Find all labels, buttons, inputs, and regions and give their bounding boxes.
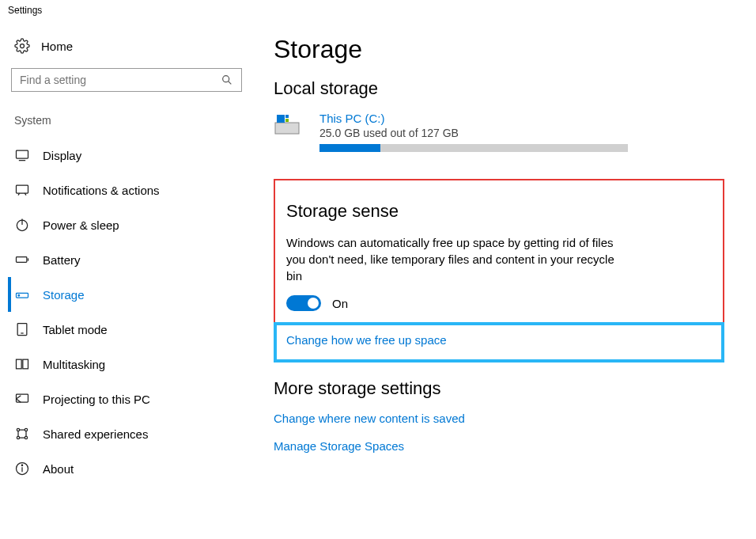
svg-rect-3 [17,150,28,158]
home-nav[interactable]: Home [11,21,242,68]
battery-icon [14,252,30,268]
svg-point-23 [21,465,22,465]
home-label: Home [41,40,73,53]
new-content-link[interactable]: Change where new content is saved [274,412,465,425]
svg-rect-26 [285,115,289,118]
change-free-space-highlight: Change how we free up space [274,322,724,362]
svg-rect-16 [17,394,28,402]
sidebar-item-label: Notifications & actions [43,184,160,197]
gear-icon [14,38,30,54]
tablet-icon [14,321,30,337]
search-input[interactable] [20,74,221,86]
svg-point-11 [18,294,20,296]
multitasking-icon [14,356,30,372]
sidebar-item-label: Storage [43,288,85,302]
change-free-space-link[interactable]: Change how we free up space [286,333,447,347]
storage-spaces-link[interactable]: Manage Storage Spaces [274,439,404,453]
storage-sense-heading: Storage sense [286,201,712,222]
shared-icon [14,426,30,442]
local-storage-heading: Local storage [274,78,724,99]
svg-rect-25 [277,115,285,123]
sidebar-item-label: Tablet mode [43,323,108,336]
svg-rect-5 [17,185,28,193]
storage-icon [14,287,30,302]
svg-point-17 [17,428,19,431]
sidebar-item-power[interactable]: Power & sleep [8,207,242,242]
svg-point-0 [21,44,25,48]
content-area: Storage Local storage This PC (C:) 25.0 … [253,21,756,486]
sidebar-item-about[interactable]: About [8,451,242,486]
svg-rect-24 [275,123,299,134]
more-settings-heading: More storage settings [274,378,724,399]
sidebar-item-display[interactable]: Display [8,138,242,173]
sidebar-item-multitasking[interactable]: Multitasking [8,347,242,381]
search-box[interactable] [11,68,242,92]
sidebar-item-tablet[interactable]: Tablet mode [8,312,242,347]
storage-sense-highlight: Storage sense Windows can automatically … [274,179,724,322]
disk-icon [274,112,301,139]
storage-sense-toggle[interactable] [286,295,321,311]
display-icon [14,147,30,163]
search-icon [221,74,233,86]
sidebar-item-projecting[interactable]: Projecting to this PC [8,381,242,416]
sidebar-item-label: Projecting to this PC [43,393,150,406]
svg-point-1 [223,76,229,82]
sidebar-item-storage[interactable]: Storage [8,277,242,312]
disk-usage-text: 25.0 GB used out of 127 GB [319,127,628,139]
sidebar-item-label: Display [43,149,81,162]
sidebar-item-label: Shared experiences [43,427,148,441]
disk-link[interactable]: This PC (C:) [319,112,385,125]
svg-point-20 [25,436,27,438]
sidebar-item-shared[interactable]: Shared experiences [8,416,242,451]
projecting-icon [14,391,30,407]
sidebar-group-label: System [11,114,242,138]
svg-point-18 [25,428,27,431]
sidebar-item-label: Battery [43,253,81,267]
disk-usage-bar-fill [319,144,380,152]
sidebar-item-label: Power & sleep [43,218,119,232]
sidebar-item-notifications[interactable]: Notifications & actions [8,173,242,207]
about-icon [14,461,30,476]
sidebar-item-label: About [43,462,74,476]
svg-rect-14 [17,359,22,369]
disk-usage-bar [319,144,628,152]
svg-rect-8 [17,257,27,263]
svg-rect-15 [23,359,28,369]
disk-entry[interactable]: This PC (C:) 25.0 GB used out of 127 GB [274,112,724,152]
power-icon [14,217,30,233]
sidebar-item-battery[interactable]: Battery [8,242,242,277]
window-title: Settings [0,0,756,21]
page-title: Storage [274,35,724,64]
notifications-icon [14,182,30,198]
svg-rect-27 [285,119,289,122]
sidebar-item-label: Multitasking [43,358,105,371]
sidebar: Home System Display Notifications & acti… [0,21,253,486]
svg-point-19 [17,436,19,438]
storage-sense-toggle-label: On [332,297,348,310]
svg-line-2 [229,82,232,85]
storage-sense-description: Windows can automatically free up space … [286,234,626,284]
